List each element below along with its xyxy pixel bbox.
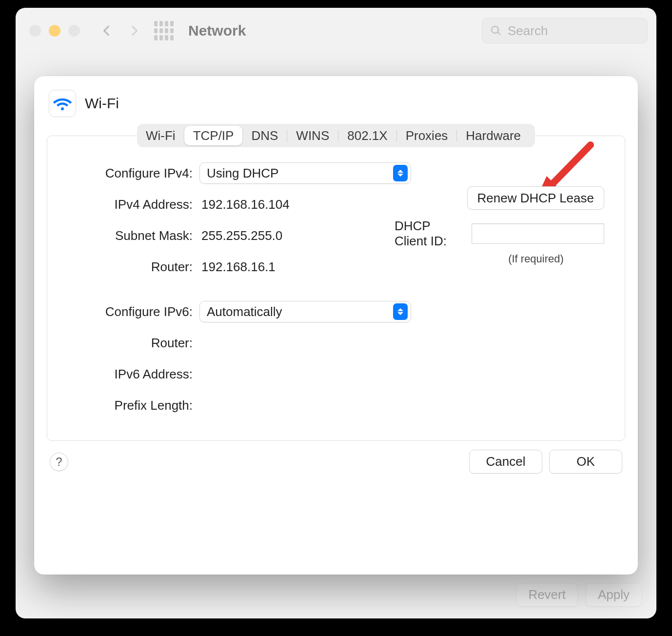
sheet-button-bar: ? Cancel OK bbox=[47, 441, 625, 475]
label-router-v6: Router: bbox=[68, 336, 199, 351]
tab-bar: Wi-Fi TCP/IP DNS WINS 802.1X Proxies Har… bbox=[137, 124, 535, 147]
sheet-title: Wi-Fi bbox=[85, 95, 119, 112]
select-stepper-icon bbox=[393, 303, 408, 320]
ok-button[interactable]: OK bbox=[549, 450, 622, 474]
search-input[interactable]: Search bbox=[482, 18, 648, 43]
select-stepper-icon bbox=[393, 165, 408, 181]
configure-ipv4-select[interactable]: Using DHCP bbox=[199, 162, 411, 184]
forward-button[interactable] bbox=[123, 20, 145, 42]
label-ipv4-address: IPv4 Address: bbox=[68, 197, 199, 212]
label-router-v4: Router: bbox=[68, 259, 199, 275]
configure-ipv6-value: Automatically bbox=[207, 304, 393, 319]
window-toolbar: Network Search bbox=[16, 8, 656, 54]
tab-wins[interactable]: WINS bbox=[287, 126, 338, 145]
tab-tcpip[interactable]: TCP/IP bbox=[184, 126, 243, 145]
advanced-sheet: Wi-Fi Wi-Fi TCP/IP DNS WINS 802.1X Proxi… bbox=[34, 76, 638, 575]
label-dhcp-client-id: DHCP Client ID: bbox=[395, 219, 465, 249]
window-title: Network bbox=[188, 22, 246, 39]
apply-button[interactable]: Apply bbox=[586, 583, 642, 607]
configure-ipv6-select[interactable]: Automatically bbox=[199, 301, 411, 322]
dhcp-side-panel: Renew DHCP Lease DHCP Client ID: (If req… bbox=[395, 191, 604, 265]
help-button[interactable]: ? bbox=[50, 453, 68, 471]
dhcp-client-id-input[interactable] bbox=[472, 223, 604, 244]
close-window-button[interactable] bbox=[29, 25, 41, 37]
label-configure-ipv4: Configure IPv4: bbox=[68, 166, 199, 181]
wifi-icon bbox=[49, 90, 76, 117]
label-if-required: (If required) bbox=[468, 253, 604, 265]
tab-wifi[interactable]: Wi-Fi bbox=[137, 126, 184, 145]
label-configure-ipv6: Configure IPv6: bbox=[68, 304, 199, 319]
sheet-header: Wi-Fi bbox=[47, 87, 625, 124]
configure-ipv4-value: Using DHCP bbox=[207, 166, 393, 181]
tab-proxies[interactable]: Proxies bbox=[397, 126, 457, 145]
value-ipv4-address: 192.168.16.104 bbox=[199, 197, 360, 212]
value-router-v4: 192.168.16.1 bbox=[199, 259, 360, 275]
renew-dhcp-lease-button[interactable]: Renew DHCP Lease bbox=[467, 186, 604, 210]
search-placeholder: Search bbox=[508, 23, 548, 39]
cancel-button[interactable]: Cancel bbox=[469, 450, 542, 474]
minimize-window-button[interactable] bbox=[49, 25, 60, 37]
label-subnet-mask: Subnet Mask: bbox=[68, 228, 199, 243]
label-ipv6-address: IPv6 Address: bbox=[68, 367, 199, 382]
back-button[interactable] bbox=[96, 20, 118, 42]
tab-8021x[interactable]: 802.1X bbox=[338, 126, 396, 145]
parent-window-buttons: Revert Apply bbox=[516, 583, 642, 607]
show-all-icon[interactable] bbox=[154, 21, 174, 40]
value-subnet-mask: 255.255.255.0 bbox=[199, 228, 360, 243]
revert-button[interactable]: Revert bbox=[516, 583, 578, 607]
window-traffic-lights bbox=[29, 25, 80, 37]
tab-dns[interactable]: DNS bbox=[242, 126, 287, 145]
zoom-window-button[interactable] bbox=[68, 25, 80, 37]
tcpip-group: Configure IPv4: Using DHCP IPv4 Address:… bbox=[47, 136, 625, 441]
tab-hardware[interactable]: Hardware bbox=[457, 126, 530, 145]
search-icon bbox=[490, 25, 502, 37]
label-prefix-length: Prefix Length: bbox=[68, 398, 199, 413]
